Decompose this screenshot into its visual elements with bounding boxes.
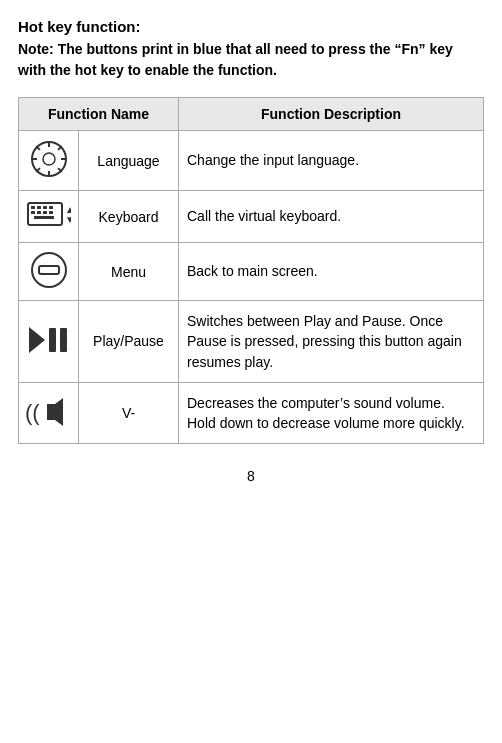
language-desc: Change the input language. [179, 131, 484, 191]
keyboard-icon-cell: ▲ ▼ [19, 191, 79, 243]
svg-rect-15 [31, 211, 35, 214]
svg-line-9 [36, 168, 40, 172]
svg-point-22 [32, 253, 66, 287]
language-name: Language [79, 131, 179, 191]
page-number: 8 [18, 468, 484, 484]
svg-rect-18 [49, 211, 53, 214]
function-table: Function Name Function Description [18, 97, 484, 444]
table-row: Play/Pause Switches between Play and Pau… [19, 301, 484, 383]
col-function-desc: Function Description [179, 98, 484, 131]
keyboard-name: Keyboard [79, 191, 179, 243]
svg-rect-11 [31, 206, 35, 209]
svg-text:▼: ▼ [65, 214, 71, 225]
svg-rect-16 [37, 211, 41, 214]
volumedown-icon: (( [25, 396, 73, 428]
intro-note: Note: The buttons print in blue that all… [18, 39, 484, 81]
playpause-name: Play/Pause [79, 301, 179, 383]
svg-point-1 [43, 153, 55, 165]
svg-rect-23 [39, 266, 59, 274]
keyboard-desc: Call the virtual keyboard. [179, 191, 484, 243]
hot-key-title: Hot key function: [18, 18, 484, 35]
svg-marker-28 [47, 398, 63, 426]
table-row: Language Change the input language. [19, 131, 484, 191]
table-row: Menu Back to main screen. [19, 243, 484, 301]
svg-rect-14 [49, 206, 53, 209]
volumedown-desc: Decreases the computer’s sound volume. H… [179, 382, 484, 444]
svg-rect-26 [60, 328, 67, 352]
playpause-icon [27, 325, 71, 355]
menu-icon [30, 251, 68, 289]
menu-icon-cell [19, 243, 79, 301]
volumedown-name: V- [79, 382, 179, 444]
language-icon [29, 139, 69, 179]
table-row: ▲ ▼ Keyboard Call the virtual keyboard. [19, 191, 484, 243]
keyboard-icon: ▲ ▼ [27, 199, 71, 231]
svg-rect-19 [34, 216, 54, 219]
svg-line-7 [58, 168, 62, 172]
svg-line-6 [36, 146, 40, 150]
svg-rect-13 [43, 206, 47, 209]
svg-line-8 [58, 146, 62, 150]
svg-rect-17 [43, 211, 47, 214]
playpause-icon-cell [19, 301, 79, 383]
volumedown-icon-cell: (( [19, 382, 79, 444]
menu-desc: Back to main screen. [179, 243, 484, 301]
col-function-name: Function Name [19, 98, 179, 131]
playpause-desc: Switches between Play and Pause. Once Pa… [179, 301, 484, 383]
table-row: (( V- Decreases the computer’s sound vol… [19, 382, 484, 444]
svg-rect-25 [49, 328, 56, 352]
svg-text:((: (( [25, 400, 40, 425]
language-icon-cell [19, 131, 79, 191]
svg-rect-12 [37, 206, 41, 209]
svg-marker-24 [29, 327, 45, 353]
menu-name: Menu [79, 243, 179, 301]
